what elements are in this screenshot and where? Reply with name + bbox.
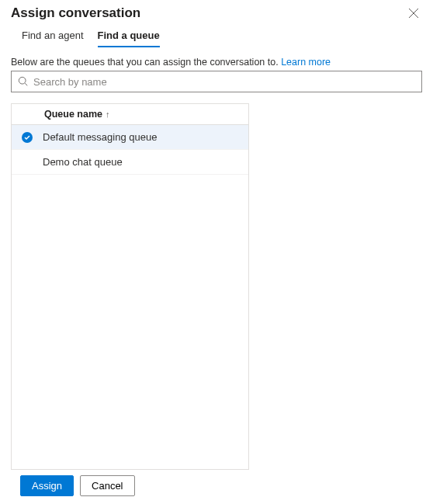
- instruction-text: Below are the queues that you can assign…: [11, 57, 422, 68]
- tab-find-queue[interactable]: Find a queue: [98, 28, 160, 47]
- column-header-queue-name[interactable]: Queue name ↑: [12, 104, 248, 125]
- tab-bar: Find an agent Find a queue: [11, 28, 422, 47]
- dialog-title: Assign conversation: [11, 5, 140, 21]
- table-row[interactable]: Default messaging queue: [12, 125, 248, 150]
- column-header-label: Queue name: [44, 109, 102, 120]
- table-row[interactable]: Demo chat queue: [12, 150, 248, 175]
- instruction-body: Below are the queues that you can assign…: [11, 57, 281, 68]
- close-button[interactable]: [405, 5, 422, 22]
- search-field[interactable]: [11, 71, 422, 92]
- dialog-footer: Assign Cancel: [20, 475, 135, 496]
- assign-button[interactable]: Assign: [20, 475, 74, 496]
- row-label: Default messaging queue: [43, 131, 157, 143]
- queue-table: Queue name ↑ Default messaging queue Dem…: [11, 103, 249, 470]
- sort-ascending-icon: ↑: [106, 109, 110, 119]
- cancel-button[interactable]: Cancel: [80, 475, 134, 496]
- tab-find-agent[interactable]: Find an agent: [22, 28, 84, 47]
- learn-more-link[interactable]: Learn more: [281, 57, 331, 68]
- search-input[interactable]: [33, 76, 415, 88]
- close-icon: [408, 8, 419, 19]
- svg-line-1: [25, 83, 27, 85]
- search-icon: [18, 76, 29, 87]
- row-icon-empty: [21, 156, 33, 169]
- row-label: Demo chat queue: [43, 156, 123, 168]
- selected-check-icon: [21, 131, 33, 144]
- svg-point-0: [19, 77, 26, 84]
